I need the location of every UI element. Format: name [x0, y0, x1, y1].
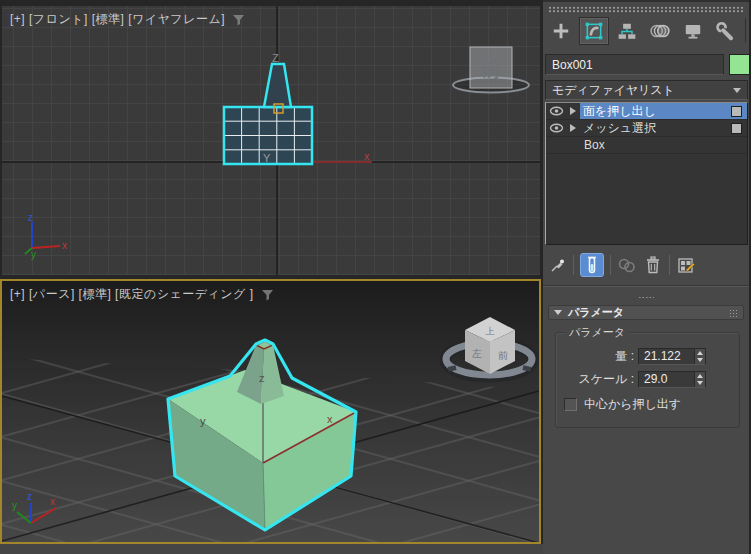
spinner-down-icon[interactable]	[697, 381, 703, 385]
expand-arrow-icon[interactable]	[566, 124, 580, 132]
rollout-collapse-arrow-icon	[554, 310, 562, 315]
motion-icon	[650, 21, 670, 41]
scale-spinner[interactable]	[694, 372, 705, 387]
stack-row-face-extrude[interactable]: 面を押し出し	[546, 103, 747, 120]
display-icon	[683, 21, 703, 41]
stack-row-mesh-select[interactable]: メッシュ選択	[546, 120, 747, 137]
stack-toolbar	[547, 251, 696, 279]
utilities-wrench-icon	[716, 21, 736, 41]
svg-text:y: y	[31, 249, 36, 260]
dropdown-caret-icon	[733, 88, 741, 93]
front-viewport-label[interactable]: [+] [フロント] [標準] [ワイヤフレーム]	[10, 11, 245, 28]
group-box-title: パラメータ	[564, 325, 630, 340]
modifier-list-label: モディファイヤリスト	[552, 82, 675, 99]
scale-value[interactable]: 29.0	[644, 372, 667, 386]
panel-separator	[543, 285, 749, 287]
make-unique-button[interactable]	[617, 254, 637, 276]
viewcube-top-label[interactable]: 上	[486, 326, 495, 336]
viewcube-left-label[interactable]: 左	[472, 348, 482, 359]
modify-icon	[584, 21, 604, 41]
perspective-viewport[interactable]: [+] [パース] [標準] [既定のシェーディング ]	[0, 279, 541, 544]
persp-scene-y-label: y	[200, 415, 206, 427]
amount-label: 量 :	[558, 348, 634, 365]
create-plus-icon	[551, 21, 571, 41]
filter-funnel-icon[interactable]	[261, 289, 274, 301]
svg-text:z: z	[27, 491, 32, 502]
tab-create[interactable]	[546, 17, 576, 45]
spinner-up-icon[interactable]	[697, 351, 703, 355]
amount-value[interactable]: 21.122	[644, 349, 681, 363]
tabs-divider	[745, 18, 746, 42]
persp-viewcube[interactable]: 上 左 前	[445, 317, 533, 377]
panel-drag-handle[interactable]	[548, 6, 744, 13]
amount-field[interactable]: 21.122	[638, 348, 706, 365]
modifier-list-dropdown[interactable]: モディファイヤリスト	[545, 80, 748, 100]
visibility-eye-icon[interactable]	[546, 123, 566, 133]
front-axis-tripod: z x y	[25, 212, 67, 260]
front-scene-z-label: Z	[272, 52, 279, 64]
configure-modifier-sets-button[interactable]	[676, 254, 696, 276]
make-unique-icon	[617, 256, 637, 274]
scale-label: スケール :	[558, 371, 634, 388]
svg-text:x: x	[62, 240, 67, 251]
perspective-viewport-label[interactable]: [+] [パース] [標準] [既定のシェーディング ]	[10, 286, 274, 303]
toolbar-divider	[573, 255, 574, 275]
command-panel: モディファイヤリスト 面を押し出し	[543, 0, 749, 554]
filter-funnel-icon[interactable]	[232, 14, 245, 26]
front-viewport[interactable]: [+] [フロント] [標準] [ワイヤフレーム] Z	[2, 6, 540, 275]
front-scene-x-label: x	[364, 150, 370, 162]
perspective-viewport-scene[interactable]: z y x z x y 上	[2, 281, 539, 542]
tab-display[interactable]	[678, 17, 708, 45]
extrude-center-row: 中心から押し出す	[556, 397, 739, 414]
front-viewcube[interactable]: 前	[453, 47, 529, 93]
pin-stack-button[interactable]	[547, 254, 567, 276]
tab-utilities[interactable]	[711, 17, 741, 45]
front-viewcube-face-label[interactable]: 前	[481, 58, 501, 80]
scale-row: スケール : 29.0	[556, 371, 739, 388]
modifier-toggle-square[interactable]	[731, 123, 742, 134]
test-tube-icon	[585, 256, 599, 274]
hierarchy-icon	[617, 21, 637, 41]
persp-scene-x-label: x	[327, 413, 333, 425]
show-end-result-button[interactable]	[580, 253, 604, 277]
expand-arrow-icon[interactable]	[566, 107, 580, 115]
modifier-toggle-square[interactable]	[731, 106, 742, 117]
extrude-from-center-label: 中心から押し出す	[584, 397, 681, 412]
wireframe-box[interactable]	[224, 64, 312, 164]
spinner-down-icon[interactable]	[697, 358, 703, 362]
extrude-from-center-checkbox[interactable]	[564, 398, 577, 411]
pin-icon	[549, 257, 566, 274]
stack-row-box[interactable]: Box	[546, 137, 747, 154]
object-color-swatch[interactable]	[729, 54, 750, 75]
object-name-input[interactable]	[545, 54, 724, 75]
modifier-label[interactable]: 面を押し出し	[583, 103, 656, 120]
svg-text:y: y	[12, 500, 17, 511]
extruded-face-wireframe[interactable]	[264, 64, 291, 107]
amount-row: 量 : 21.122	[556, 348, 739, 365]
tab-motion[interactable]	[645, 17, 675, 45]
front-viewport-scene[interactable]: Z Y x z x	[2, 6, 540, 275]
spinner-up-icon[interactable]	[697, 374, 703, 378]
base-object-label[interactable]: Box	[584, 138, 605, 152]
persp-scene-z-label: z	[259, 372, 265, 384]
toolbar-divider	[610, 255, 611, 275]
viewcube-front-label[interactable]: 前	[498, 350, 508, 361]
rollout-scroll-handle[interactable]	[638, 296, 654, 300]
visibility-eye-icon[interactable]	[546, 106, 566, 116]
svg-text:x: x	[50, 496, 55, 507]
scale-field[interactable]: 29.0	[638, 371, 706, 388]
front-viewport-label-text[interactable]: [+] [フロント] [標準] [ワイヤフレーム]	[10, 11, 225, 28]
front-scene-y-label: Y	[263, 152, 271, 164]
parameters-group-box: パラメータ 量 : 21.122 スケール : 29.0	[555, 332, 740, 428]
perspective-viewport-label-text[interactable]: [+] [パース] [標準] [既定のシェーディング ]	[10, 286, 254, 303]
amount-spinner[interactable]	[694, 349, 705, 364]
parameters-rollout-header[interactable]: パラメータ	[548, 305, 744, 320]
object-name-row	[545, 54, 748, 75]
rollout-grip-icon	[729, 309, 738, 317]
configure-sets-icon	[677, 256, 695, 274]
tab-modify[interactable]	[579, 17, 609, 45]
remove-modifier-button[interactable]	[643, 254, 663, 276]
modifier-label[interactable]: メッシュ選択	[583, 120, 656, 137]
tab-hierarchy[interactable]	[612, 17, 642, 45]
modifier-stack: 面を押し出し メッシュ選択 Box	[545, 102, 748, 245]
